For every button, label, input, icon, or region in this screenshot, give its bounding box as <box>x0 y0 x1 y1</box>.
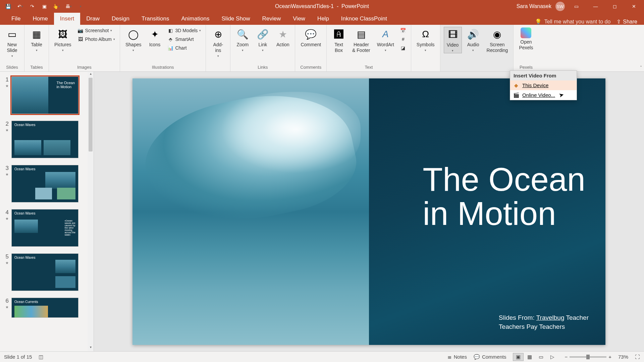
slide-thumb-3[interactable]: Ocean Waves <box>11 165 78 202</box>
slide-editor[interactable]: The Oceanin Motion Slides From: Travelbu… <box>94 72 644 351</box>
link-icon: 🔗 <box>256 27 269 41</box>
tab-insert[interactable]: Insert <box>54 13 80 25</box>
tab-file[interactable]: File <box>5 13 26 25</box>
maximize-icon[interactable]: ◻ <box>607 0 622 13</box>
tab-help[interactable]: Help <box>311 13 335 25</box>
slide-number-button[interactable]: # <box>399 36 408 43</box>
zoom-percent[interactable]: 73% <box>618 354 628 360</box>
tab-design[interactable]: Design <box>106 13 136 25</box>
close-icon[interactable]: ✕ <box>626 0 641 13</box>
photo-album-icon: 🖼 <box>77 36 84 42</box>
screenshot-button[interactable]: 📷Screenshot ▾ <box>76 27 116 34</box>
smartart-icon: ⬘ <box>167 36 173 42</box>
thumb-number: 1 <box>3 76 9 83</box>
icons-button[interactable]: ✦ Icons <box>146 27 163 48</box>
redo-icon[interactable]: ↷ <box>29 3 36 10</box>
open-pexels-button[interactable]: Open Pexels <box>517 27 535 51</box>
slide-sorter-button[interactable]: ▦ <box>524 353 535 361</box>
table-button[interactable]: ▦ Table ▾ <box>28 27 45 53</box>
tab-draw[interactable]: Draw <box>80 13 106 25</box>
quick-print-icon[interactable]: 🖶▾ <box>65 3 72 10</box>
zoom-button[interactable]: 🔍 Zoom ▾ <box>234 27 251 53</box>
textbox-button[interactable]: 🅰 Text Box <box>330 27 347 54</box>
notes-button[interactable]: ≣Notes <box>447 354 467 360</box>
comments-button[interactable]: 💬Comments <box>474 354 506 360</box>
dropdown-item-this-device[interactable]: ◆ This Device <box>510 80 577 90</box>
wordart-button[interactable]: A WordArt ▾ <box>375 27 396 53</box>
user-avatar[interactable]: SW <box>555 2 565 11</box>
slide-counter[interactable]: Slide 1 of 15 <box>4 354 32 360</box>
animation-star-icon: ★ <box>5 128 9 132</box>
share-button[interactable]: ⇪ Share <box>616 18 637 25</box>
header-footer-button[interactable]: ▤ Header & Footer <box>350 27 372 54</box>
addins-button[interactable]: ⊕ Add- ins ▾ <box>209 27 227 58</box>
tell-me-search[interactable]: 💡 Tell me what you want to do <box>535 18 610 25</box>
touch-mode-icon[interactable]: 👆▾ <box>53 3 60 10</box>
comments-icon: 💬 <box>474 354 480 360</box>
link-button: 🔗 Link ▾ <box>254 27 271 53</box>
wordart-icon: A <box>379 27 392 41</box>
slide-thumb-5[interactable]: Ocean Waves <box>11 253 78 291</box>
group-label-slides: Slides <box>3 65 21 71</box>
new-slide-button[interactable]: ▭ New Slide ▾ <box>3 27 21 58</box>
zoom-slider[interactable]: − + <box>565 354 611 360</box>
tab-home[interactable]: Home <box>26 13 54 25</box>
thumbnails-scrollbar[interactable]: ▴ ▾ <box>88 72 94 351</box>
tab-slideshow[interactable]: Slide Show <box>216 13 256 25</box>
slide-thumb-6[interactable]: Ocean Currents <box>11 298 78 318</box>
3d-models-button[interactable]: ◧3D Models ▾ <box>166 27 202 34</box>
dropdown-item-online-video[interactable]: 🎬 Online Video... <box>510 90 577 100</box>
chart-button[interactable]: 📊Chart <box>166 44 202 52</box>
qat-customize-icon[interactable]: ▾ <box>77 3 84 10</box>
accessibility-icon[interactable]: ◫ <box>39 354 43 360</box>
symbols-button[interactable]: Ω Symbols ▾ <box>415 27 437 53</box>
undo-icon[interactable]: ↶▾ <box>17 3 23 10</box>
reading-view-button[interactable]: ▭ <box>536 353 546 361</box>
minimize-icon[interactable]: — <box>588 0 603 13</box>
pictures-button[interactable]: 🖼 Pictures ▾ <box>52 27 73 53</box>
object-button[interactable]: ◪ <box>399 44 408 52</box>
normal-view-button[interactable]: ▣ <box>513 353 524 361</box>
scroll-up-icon[interactable]: ▴ <box>88 72 94 78</box>
slideshow-view-button[interactable]: ▷ <box>547 353 558 361</box>
ribbon-tabs: File Home Insert Draw Design Transitions… <box>0 13 644 25</box>
slide-thumb-1[interactable]: The Ocean in Motion <box>11 76 78 114</box>
slide-credits-text[interactable]: Slides From: Travelbug Teacher Teachers … <box>499 313 589 331</box>
slide-canvas[interactable]: The Oceanin Motion Slides From: Travelbu… <box>132 78 605 345</box>
group-label-tables: Tables <box>28 65 45 71</box>
slide-thumb-4[interactable]: Ocean Waves •Ocean waves are caused by t… <box>11 209 78 247</box>
date-time-button[interactable]: 📅 <box>399 27 408 34</box>
video-button[interactable]: 🎞 Video ▾ <box>444 27 462 53</box>
tab-transitions[interactable]: Transitions <box>136 13 175 25</box>
animation-star-icon: ★ <box>5 305 9 309</box>
insert-video-dropdown: Insert Video From ◆ This Device 🎬 Online… <box>510 70 577 100</box>
addins-icon: ⊕ <box>211 27 225 41</box>
tab-classpoint[interactable]: Inknoe ClassPoint <box>335 13 393 25</box>
save-icon[interactable]: 💾 <box>5 3 11 10</box>
audio-button[interactable]: 🔊 Audio ▾ <box>465 27 482 53</box>
zoom-out-icon[interactable]: − <box>565 354 568 360</box>
scroll-down-icon[interactable]: ▾ <box>88 345 94 351</box>
animation-star-icon: ★ <box>5 84 9 88</box>
comment-button[interactable]: 💬 Comment <box>299 27 323 48</box>
slide-thumb-2[interactable]: Ocean Waves <box>11 121 78 158</box>
slide-title-text[interactable]: The Oceanin Motion <box>423 162 585 231</box>
collapse-ribbon-icon[interactable]: ˄ <box>640 65 642 70</box>
start-from-beginning-icon[interactable]: ▣ <box>41 3 48 10</box>
photo-album-button[interactable]: 🖼Photo Album ▾ <box>76 36 116 43</box>
ribbon-display-icon[interactable]: ▭ <box>569 0 584 13</box>
smartart-button[interactable]: ⬘SmartArt <box>166 36 202 43</box>
sorter-icon: ▦ <box>527 354 532 360</box>
share-icon: ⇪ <box>616 18 621 25</box>
zoom-in-icon[interactable]: + <box>608 354 611 360</box>
normal-view-icon: ▣ <box>516 354 521 360</box>
pexels-icon <box>521 27 531 38</box>
tab-review[interactable]: Review <box>256 13 287 25</box>
screen-recording-icon: ◉ <box>490 27 504 41</box>
screen-recording-button[interactable]: ◉ Screen Recording <box>485 27 510 54</box>
tab-view[interactable]: View <box>287 13 311 25</box>
shapes-button[interactable]: ◯ Shapes ▾ <box>123 27 143 53</box>
tab-animations[interactable]: Animations <box>175 13 215 25</box>
user-name[interactable]: Sara Wanasek <box>517 3 551 9</box>
fit-to-window-icon[interactable]: ⛶ <box>635 354 640 360</box>
